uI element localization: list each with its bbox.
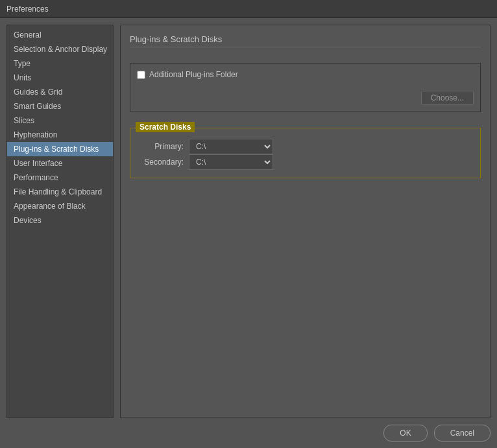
content-panel: Plug-ins & Scratch Disks Additional Plug… — [120, 25, 491, 418]
sidebar-item-plugins-scratch-disks[interactable]: Plug-ins & Scratch Disks — [7, 142, 113, 156]
sidebar-item-performance[interactable]: Performance — [7, 171, 113, 185]
sidebar-item-selection-anchor-display[interactable]: Selection & Anchor Display — [7, 42, 113, 56]
plugin-area: Additional Plug-ins Folder Choose... — [130, 63, 481, 112]
scratch-disks-section: Scratch Disks Primary: C:\ Secondary: C:… — [130, 128, 481, 178]
additional-plugins-label: Additional Plug-ins Folder — [149, 70, 238, 79]
section-title: Plug-ins & Scratch Disks — [130, 34, 481, 47]
footer: OK Cancel — [6, 418, 491, 442]
cancel-button[interactable]: Cancel — [434, 425, 491, 442]
sidebar-item-general[interactable]: General — [7, 28, 113, 42]
title-bar: Preferences — [0, 0, 497, 18]
primary-label: Primary: — [138, 142, 184, 151]
sidebar-item-appearance-of-black[interactable]: Appearance of Black — [7, 199, 113, 213]
secondary-label: Secondary: — [138, 158, 184, 167]
secondary-disk-row: Secondary: C:\ — [138, 154, 472, 170]
sidebar-item-user-interface[interactable]: User Interface — [7, 156, 113, 171]
sidebar: GeneralSelection & Anchor DisplayTypeUni… — [6, 25, 114, 418]
dialog: GeneralSelection & Anchor DisplayTypeUni… — [0, 18, 497, 448]
sidebar-item-type[interactable]: Type — [7, 56, 113, 71]
sidebar-item-slices[interactable]: Slices — [7, 113, 113, 128]
sidebar-item-hyphenation[interactable]: Hyphenation — [7, 128, 113, 142]
main-content: GeneralSelection & Anchor DisplayTypeUni… — [6, 25, 491, 418]
scratch-disks-badge: Scratch Disks — [136, 122, 195, 132]
choose-button[interactable]: Choose... — [421, 91, 474, 105]
sidebar-item-smart-guides[interactable]: Smart Guides — [7, 99, 113, 113]
secondary-disk-select[interactable]: C:\ — [189, 154, 273, 170]
primary-disk-select[interactable]: C:\ — [189, 139, 273, 154]
sidebar-item-units[interactable]: Units — [7, 71, 113, 85]
title-text: Preferences — [6, 5, 49, 14]
ok-button[interactable]: OK — [383, 425, 427, 442]
additional-plugins-row: Additional Plug-ins Folder — [137, 70, 474, 79]
sidebar-item-file-handling-clipboard[interactable]: File Handling & Clipboard — [7, 185, 113, 199]
sidebar-item-guides-grid[interactable]: Guides & Grid — [7, 85, 113, 99]
primary-disk-row: Primary: C:\ — [138, 139, 472, 154]
additional-plugins-checkbox[interactable] — [137, 71, 145, 79]
sidebar-item-devices[interactable]: Devices — [7, 213, 113, 228]
